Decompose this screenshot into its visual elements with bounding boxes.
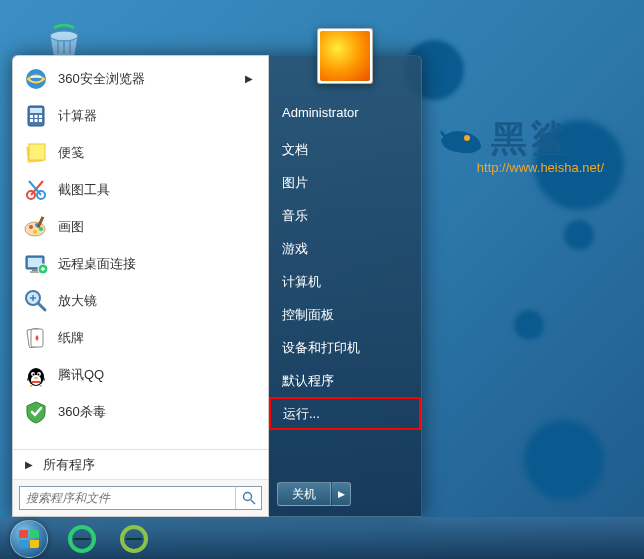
svg-rect-6 [30,115,33,118]
program-list: 360安全浏览器▶计算器便笺截图工具画图远程桌面连接放大镜纸牌腾讯QQ360杀毒 [13,56,268,449]
right-panel-item-4[interactable]: 计算机 [269,265,421,298]
360-antivirus-icon [22,398,50,426]
sticky-notes-icon [22,139,50,167]
program-label: 放大镜 [58,292,97,310]
svg-point-41 [243,493,251,501]
search-container [13,479,268,516]
taskbar-browser-2[interactable] [110,521,158,557]
program-item-7[interactable]: 纸牌 [15,319,266,356]
qq-icon [22,361,50,389]
svg-rect-13 [29,144,45,160]
right-panel-item-3[interactable]: 游戏 [269,232,421,265]
solitaire-icon [22,324,50,352]
program-item-5[interactable]: 远程桌面连接 [15,245,266,282]
browser-e-icon [120,525,148,553]
svg-rect-5 [30,108,42,113]
start-menu-right-panel: Administrator 文档图片音乐游戏计算机控制面板设备和打印机默认程序运… [269,55,422,517]
program-item-0[interactable]: 360安全浏览器▶ [15,60,266,97]
wallpaper-logo: 黑鲨 http://www.heisha.net/ [437,115,604,175]
program-label: 360安全浏览器 [58,70,145,88]
snipping-icon [22,176,50,204]
svg-point-21 [39,227,43,231]
right-panel-item-2[interactable]: 音乐 [269,199,421,232]
svg-point-22 [33,230,37,234]
calculator-icon [22,102,50,130]
all-programs-button[interactable]: ▶ 所有程序 [13,449,268,479]
svg-point-39 [34,377,38,379]
user-picture[interactable] [317,28,373,84]
svg-rect-7 [35,115,38,118]
program-item-6[interactable]: 放大镜 [15,282,266,319]
svg-point-2 [464,135,470,141]
right-panel-item-0[interactable]: 文档 [269,133,421,166]
right-panel-item-8[interactable]: 运行... [269,397,421,430]
ie-icon [22,65,50,93]
start-button[interactable] [2,518,56,560]
user-name[interactable]: Administrator [269,96,421,129]
svg-rect-40 [32,381,40,383]
program-item-9[interactable]: 360杀毒 [15,393,266,430]
program-label: 远程桌面连接 [58,255,136,273]
triangle-right-icon: ▶ [245,73,253,84]
program-item-2[interactable]: 便笺 [15,134,266,171]
program-item-1[interactable]: 计算器 [15,97,266,134]
svg-line-30 [38,303,45,310]
svg-point-19 [29,225,33,229]
program-label: 计算器 [58,107,97,125]
svg-point-1 [50,31,78,41]
svg-line-42 [251,500,255,504]
program-label: 截图工具 [58,181,110,199]
remote-desktop-icon [22,250,50,278]
program-label: 画图 [58,218,84,236]
svg-rect-10 [35,119,38,122]
svg-rect-11 [39,119,42,122]
program-item-3[interactable]: 截图工具 [15,171,266,208]
program-item-8[interactable]: 腾讯QQ [15,356,266,393]
right-panel-item-7[interactable]: 默认程序 [269,364,421,397]
shark-icon [437,120,485,160]
svg-point-37 [33,373,35,375]
svg-rect-26 [32,269,38,271]
browser-e-icon [68,525,96,553]
taskbar [0,517,644,559]
svg-rect-8 [39,115,42,118]
all-programs-label: 所有程序 [43,456,95,474]
shutdown-button-group: 关机 ▶ [277,482,351,506]
right-panel-item-6[interactable]: 设备和打印机 [269,331,421,364]
program-label: 纸牌 [58,329,84,347]
paint-icon [22,213,50,241]
shutdown-button[interactable]: 关机 [277,482,331,506]
program-label: 便笺 [58,144,84,162]
windows-logo-icon [19,530,39,548]
taskbar-browser-1[interactable] [58,521,106,557]
program-label: 腾讯QQ [58,366,104,384]
search-input[interactable] [20,487,235,509]
svg-rect-9 [30,119,33,122]
svg-point-34 [31,375,41,385]
right-panel-item-1[interactable]: 图片 [269,166,421,199]
program-item-4[interactable]: 画图 [15,208,266,245]
program-label: 360杀毒 [58,403,106,421]
start-menu-left-panel: 360安全浏览器▶计算器便笺截图工具画图远程桌面连接放大镜纸牌腾讯QQ360杀毒… [12,55,269,517]
search-button[interactable] [235,487,261,509]
triangle-right-icon: ▶ [25,459,33,470]
right-panel-item-5[interactable]: 控制面板 [269,298,421,331]
svg-point-38 [38,373,40,375]
search-icon [242,491,256,505]
shutdown-options-button[interactable]: ▶ [331,482,351,506]
start-menu: 360安全浏览器▶计算器便笺截图工具画图远程桌面连接放大镜纸牌腾讯QQ360杀毒… [12,55,422,517]
magnifier-icon [22,287,50,315]
